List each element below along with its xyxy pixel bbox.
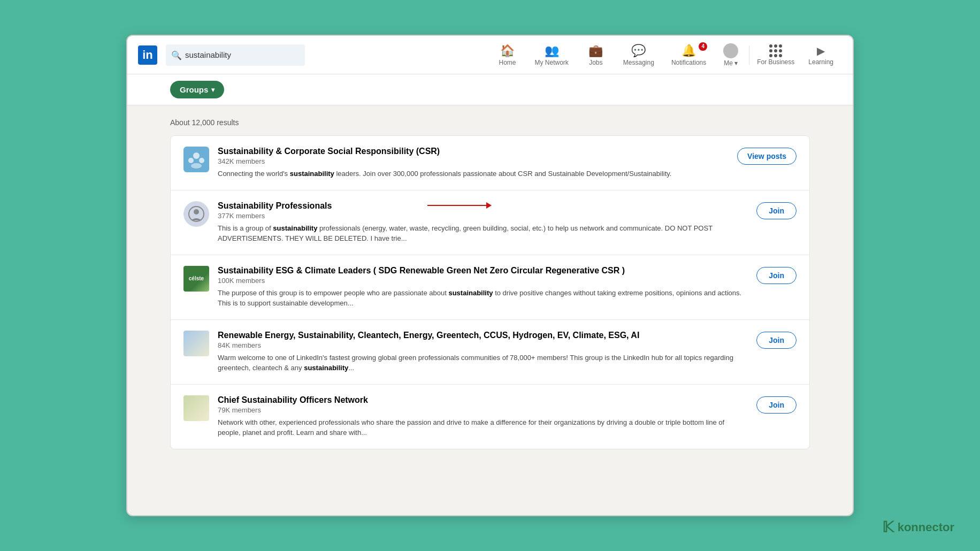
join-button-cso[interactable]: Join — [756, 396, 797, 414]
professionals-logo-icon — [187, 204, 206, 224]
group-logo-csr — [183, 147, 209, 172]
nav-item-for-business[interactable]: For Business — [752, 36, 800, 74]
group-info-csr: Sustainability & Corporate Social Respon… — [218, 147, 729, 179]
group-members-professionals: 377K members — [218, 212, 748, 220]
nav-label-home: Home — [499, 59, 516, 66]
main-content: About 12,000 results Sustainability & Co… — [127, 105, 853, 462]
nav-item-me[interactable]: Me ▾ — [715, 36, 747, 74]
nav-divider — [749, 45, 749, 65]
nav-item-messaging[interactable]: 💬 Messaging — [615, 36, 663, 74]
group-name-cso: Chief Sustainability Officers Network — [218, 395, 748, 405]
group-info-esg: Sustainability ESG & Climate Leaders ( S… — [218, 266, 748, 309]
csr-logo-icon — [186, 149, 207, 170]
learning-icon: ▶ — [817, 44, 825, 57]
results-count: About 12,000 results — [170, 118, 810, 127]
group-members-esg: 100K members — [218, 277, 748, 285]
notification-badge: 4 — [699, 42, 707, 51]
svg-point-3 — [191, 163, 202, 169]
group-action-renewable: Join — [756, 331, 797, 349]
my-network-icon: 👥 — [545, 44, 559, 58]
nav-label-jobs: Jobs — [589, 59, 602, 66]
nav-items: 🏠 Home 👥 My Network 💼 Jobs 💬 Messaging — [489, 36, 843, 74]
group-item-renewable: Renewable Energy, Sustainability, Cleant… — [171, 320, 809, 385]
jobs-icon: 💼 — [588, 44, 603, 58]
group-item-esg: célste Sustainability ESG & Climate Lead… — [171, 255, 809, 320]
home-icon: 🏠 — [500, 44, 515, 58]
for-business-icon — [769, 44, 782, 57]
nav-label-notifications: Notifications — [671, 59, 706, 66]
svg-point-1 — [188, 158, 194, 163]
group-item-csr: Sustainability & Corporate Social Respon… — [171, 136, 809, 190]
browser-window: in 🔍 🏠 Home 👥 My Network — [126, 35, 854, 516]
linkedin-logo[interactable]: in — [138, 45, 157, 65]
group-logo-professionals — [183, 201, 209, 227]
group-members-csr: 342K members — [218, 157, 729, 165]
group-item-professionals: Sustainability Professionals 377K member… — [171, 190, 809, 255]
konnector-logo-icon: 𝕂 — [882, 518, 893, 536]
group-logo-esg: célste — [183, 266, 209, 292]
results-card: Sustainability & Corporate Social Respon… — [170, 135, 810, 449]
arrow-line — [427, 205, 486, 206]
group-action-professionals: Join — [756, 201, 797, 219]
search-input[interactable] — [166, 44, 305, 66]
view-posts-button-csr[interactable]: View posts — [737, 148, 797, 165]
group-members-renewable: 84K members — [218, 341, 748, 349]
group-action-csr: View posts — [737, 147, 797, 165]
nav-item-home[interactable]: 🏠 Home — [489, 36, 526, 74]
group-desc-professionals: This is a group of sustainability profes… — [218, 223, 748, 244]
join-button-professionals[interactable]: Join — [756, 202, 797, 219]
group-desc-renewable: Warm welcome to one of LinkedIn's fastes… — [218, 353, 748, 373]
group-name-esg: Sustainability ESG & Climate Leaders ( S… — [218, 266, 748, 276]
group-logo-renewable — [183, 331, 209, 356]
svg-point-0 — [193, 152, 200, 159]
svg-point-5 — [194, 209, 199, 215]
group-info-cso: Chief Sustainability Officers Network 79… — [218, 395, 748, 438]
group-name-renewable: Renewable Energy, Sustainability, Cleant… — [218, 331, 748, 340]
nav-label-for-business: For Business — [757, 58, 794, 66]
join-button-esg[interactable]: Join — [756, 267, 797, 284]
nav-item-learning[interactable]: ▶ Learning — [800, 36, 842, 74]
arrow-head — [486, 202, 492, 209]
messaging-icon: 💬 — [631, 44, 646, 58]
group-desc-csr: Connecting the world's sustainability le… — [218, 169, 729, 179]
groups-button-label: Groups — [180, 85, 208, 94]
navbar: in 🔍 🏠 Home 👥 My Network — [127, 36, 853, 74]
search-wrapper: 🔍 — [166, 44, 305, 66]
nav-item-my-network[interactable]: 👥 My Network — [526, 36, 577, 74]
group-action-cso: Join — [756, 395, 797, 414]
nav-label-my-network: My Network — [535, 59, 569, 66]
nav-label-me: Me ▾ — [724, 59, 738, 67]
avatar — [723, 43, 738, 58]
join-button-renewable[interactable]: Join — [756, 332, 797, 349]
konnector-brand: 𝕂 konnector — [882, 518, 954, 536]
group-item-cso: Chief Sustainability Officers Network 79… — [171, 385, 809, 449]
groups-chevron-icon: ▾ — [211, 86, 215, 94]
join-arrow-annotation — [427, 202, 492, 209]
nav-label-learning: Learning — [808, 58, 833, 66]
groups-filter-button[interactable]: Groups ▾ — [170, 81, 224, 98]
nav-label-messaging: Messaging — [623, 59, 654, 66]
nav-item-jobs[interactable]: 💼 Jobs — [577, 36, 615, 74]
search-icon: 🔍 — [171, 50, 182, 60]
group-info-renewable: Renewable Energy, Sustainability, Cleant… — [218, 331, 748, 373]
konnector-brand-name: konnector — [898, 521, 954, 534]
notifications-icon: 🔔 — [682, 44, 696, 58]
group-action-esg: Join — [756, 266, 797, 284]
svg-point-2 — [199, 158, 204, 163]
nav-item-notifications[interactable]: 🔔 4 Notifications — [663, 36, 715, 74]
group-desc-cso: Network with other, experienced professi… — [218, 417, 748, 438]
subheader: Groups ▾ — [127, 74, 853, 105]
group-name-csr: Sustainability & Corporate Social Respon… — [218, 147, 729, 156]
group-desc-esg: The purpose of this group is to empower … — [218, 288, 748, 309]
group-logo-cso — [183, 395, 209, 421]
group-members-cso: 79K members — [218, 406, 748, 414]
